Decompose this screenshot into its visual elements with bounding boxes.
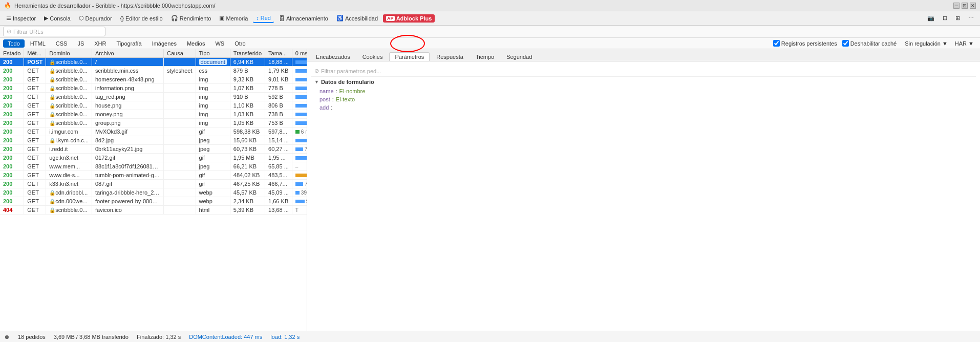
cell-file: footer-powered-by-000webhost-white2.... xyxy=(92,197,164,206)
col-causa[interactable]: Causa xyxy=(164,49,196,58)
tab-respuesta[interactable]: Respuesta xyxy=(431,52,469,61)
toolbar-accesibilidad[interactable]: ♿ Accesibilidad xyxy=(333,14,381,23)
cell-timeline: 214 ms xyxy=(292,110,307,119)
cell-method: GET xyxy=(24,84,46,93)
tab-tiempo[interactable]: Tiempo xyxy=(470,52,500,61)
load-time-link[interactable]: load: 1,32 s xyxy=(270,334,300,340)
responsive-btn[interactable]: ⊡ xyxy=(940,14,950,23)
table-row[interactable]: 200 GET ugc.kn3.net 0172.gif gif 1,95 MB… xyxy=(0,154,307,162)
persistent-logs-checkbox[interactable] xyxy=(773,40,780,47)
inspector-label: Inspector xyxy=(13,15,36,22)
cell-method: GET xyxy=(24,162,46,171)
red-label: Red xyxy=(261,15,271,21)
cell-cause xyxy=(164,93,196,101)
table-row[interactable]: 404 GET 🔒scribbble.0... favicon.ico html… xyxy=(0,206,307,215)
col-transferido[interactable]: Transferido xyxy=(230,49,265,58)
cell-method: GET xyxy=(24,127,46,136)
table-row[interactable]: 200 GET 🔒scribbble.0... scribbble.min.cs… xyxy=(0,67,307,75)
type-btn-todo[interactable]: Todo xyxy=(3,39,25,48)
table-row[interactable]: 200 GET 🔒scribbble.0... group.png img 1,… xyxy=(0,119,307,127)
toolbar-adblock[interactable]: AP Adblock Plus xyxy=(383,14,435,23)
cell-type: jpeg xyxy=(196,162,230,171)
table-row[interactable]: 200 GET 🔒scribbble.0... tag_red.png img … xyxy=(0,93,307,101)
table-row[interactable]: 200 GET 🔒cdn.dribbbl... taringa-dribbble… xyxy=(0,188,307,197)
cell-timeline: 178 ms xyxy=(292,67,307,75)
close-btn[interactable]: ✕ xyxy=(970,3,976,9)
cell-method: GET xyxy=(24,110,46,119)
table-row[interactable]: 200 GET 🔒scribbble.0... information.png … xyxy=(0,84,307,93)
cell-timeline: 214 ms xyxy=(292,119,307,127)
table-row[interactable]: 200 POST 🔒scribbble.0... / document 6,94… xyxy=(0,58,307,67)
form-colon-post: : xyxy=(332,96,334,102)
regulation-dropdown[interactable]: Sin regulación ▼ xyxy=(902,39,951,48)
adblock-label: Adblock Plus xyxy=(396,15,432,22)
more-btn[interactable]: ⋯ xyxy=(965,14,977,23)
type-btn-tipografia[interactable]: Tipografía xyxy=(112,39,146,48)
table-row[interactable]: 200 GET 🔒scribbble.0... money.png img 1,… xyxy=(0,110,307,119)
form-data-header[interactable]: ▼ Datos de formulario xyxy=(311,77,976,87)
form-colon-add: : xyxy=(331,104,332,111)
cell-type: html xyxy=(196,206,230,215)
cell-method: GET xyxy=(24,188,46,197)
tab-cookies[interactable]: Cookies xyxy=(357,52,389,61)
table-row[interactable]: 200 GET 🔒cdn.000we... footer-powered-by-… xyxy=(0,197,307,206)
har-dropdown[interactable]: HAR ▼ xyxy=(952,39,977,48)
toolbar-consola[interactable]: ▶ Consola xyxy=(41,14,73,23)
table-row[interactable]: 200 GET 🔒scribbble.0... house.png img 1,… xyxy=(0,101,307,110)
url-filter-input[interactable]: ⊘ Filtrar URLs xyxy=(3,27,105,36)
disable-cache-checkbox[interactable] xyxy=(842,40,849,47)
tab-seguridad[interactable]: Seguridad xyxy=(501,52,538,61)
restore-btn[interactable]: ⊡ xyxy=(962,3,968,9)
toolbar-almacenamiento[interactable]: 🗄 Almacenamiento xyxy=(276,14,331,23)
screenshot-btn[interactable]: 📷 xyxy=(924,14,938,23)
params-filter-text: Filtrar parámetros ped... xyxy=(321,68,381,74)
tab-parametros[interactable]: Parámetros xyxy=(389,52,430,61)
toolbar-depurador[interactable]: ⬡ Depurador xyxy=(76,14,115,23)
cell-transferred: 6,94 KB xyxy=(230,58,265,67)
disable-cache-toggle[interactable]: Deshabilitar caché xyxy=(842,40,897,47)
right-panel: Encabezados Cookies Parámetros Respuesta… xyxy=(307,49,980,331)
table-row[interactable]: 200 GET i.imgur.com MvXOkd3.gif gif 598,… xyxy=(0,127,307,136)
cell-transferred: 879 B xyxy=(230,67,265,75)
minimize-btn[interactable]: ─ xyxy=(953,3,960,9)
type-btn-css[interactable]: CSS xyxy=(51,39,72,48)
cell-domain: 🔒cdn.dribbbl... xyxy=(46,188,92,197)
type-btn-js[interactable]: JS xyxy=(73,39,89,48)
col-dominio[interactable]: Dominio xyxy=(46,49,92,58)
table-row[interactable]: 200 GET k33.kn3.net 087.gif gif 467,25 K… xyxy=(0,180,307,188)
type-btn-medios[interactable]: Medios xyxy=(182,39,209,48)
toolbar-inspector[interactable]: ☰ Inspector xyxy=(3,14,39,23)
col-metodo[interactable]: Mét... xyxy=(24,49,46,58)
cell-timeline: 90 ms xyxy=(292,197,307,206)
type-btn-imagenes[interactable]: Imágenes xyxy=(147,39,181,48)
type-btn-otro[interactable]: Otro xyxy=(230,39,250,48)
type-btn-ws[interactable]: WS xyxy=(210,39,229,48)
cell-domain: 🔒scribbble.0... xyxy=(46,75,92,84)
dom-content-loaded-link[interactable]: DOMContentLoaded: 447 ms xyxy=(189,334,262,340)
col-timeline[interactable]: 0 ms xyxy=(292,49,307,58)
tab-encabezados[interactable]: Encabezados xyxy=(310,52,356,61)
col-archivo[interactable]: Archivo xyxy=(92,49,164,58)
cell-transferred: 1,05 KB xyxy=(230,119,265,127)
table-row[interactable]: 200 GET i.redd.it 0brk11aqyky21.jpg jpeg… xyxy=(0,145,307,154)
cell-type: webp xyxy=(196,197,230,206)
persistent-logs-toggle[interactable]: Registros persistentes xyxy=(773,40,837,47)
col-tipo[interactable]: Tipo xyxy=(196,49,230,58)
form-data-title: Datos de formulario xyxy=(321,79,374,85)
toolbar-red[interactable]: ↕ Red xyxy=(253,14,274,23)
cell-domain: 🔒scribbble.0... xyxy=(46,93,92,101)
dock-btn[interactable]: ⊞ xyxy=(952,14,963,23)
toolbar-rendimiento[interactable]: 🎧 Rendimiento xyxy=(168,14,215,23)
type-btn-html[interactable]: HTML xyxy=(26,39,50,48)
col-estado[interactable]: Estado xyxy=(0,49,24,58)
table-row[interactable]: 200 GET www.mem... 88c1f1a8c0f7df126081e… xyxy=(0,162,307,171)
toolbar-editor[interactable]: {} Editor de estilo xyxy=(117,14,166,23)
table-row[interactable]: 200 GET 🔒scribbble.0... homescreen-48x48… xyxy=(0,75,307,84)
table-row[interactable]: 200 GET 🔒i.kym-cdn.c... 8d2.jpg jpeg 15,… xyxy=(0,136,307,145)
cell-size: 597,8... xyxy=(265,127,292,136)
toolbar-memoria[interactable]: ▣ Memoria xyxy=(216,14,251,23)
cell-type: document xyxy=(196,58,230,67)
col-tamano[interactable]: Tama... xyxy=(265,49,292,58)
type-btn-xhr[interactable]: XHR xyxy=(90,39,111,48)
table-row[interactable]: 200 GET www.die-s... tumblr-porn-animate… xyxy=(0,171,307,180)
